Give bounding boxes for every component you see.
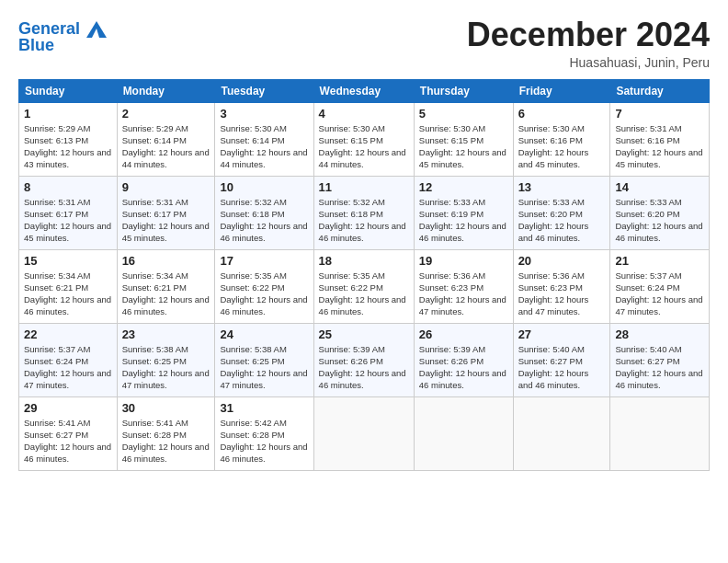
day-info: Sunrise: 5:37 AM Sunset: 6:24 PM Dayligh… xyxy=(24,343,112,392)
sunrise-label: Sunrise: 5:37 AM xyxy=(24,344,90,354)
calendar-header: Sunday Monday Tuesday Wednesday Thursday… xyxy=(19,79,710,102)
sunset-label: Sunset: 6:27 PM xyxy=(24,430,88,440)
sunrise-label: Sunrise: 5:32 AM xyxy=(220,197,286,207)
daylight-label: Daylight: 12 hours and 47 minutes. xyxy=(122,368,210,390)
sunrise-label: Sunrise: 5:38 AM xyxy=(220,344,286,354)
daylight-label: Daylight: 12 hours and 46 minutes. xyxy=(122,442,210,464)
col-saturday: Saturday xyxy=(610,79,710,102)
calendar-cell: 6 Sunrise: 5:30 AM Sunset: 6:16 PM Dayli… xyxy=(513,102,610,176)
daylight-label: Daylight: 12 hours and 46 minutes. xyxy=(24,294,111,316)
day-info: Sunrise: 5:41 AM Sunset: 6:27 PM Dayligh… xyxy=(24,417,112,465)
calendar-cell: 10 Sunrise: 5:32 AM Sunset: 6:18 PM Dayl… xyxy=(215,176,313,249)
daylight-label: Daylight: 12 hours and 45 minutes. xyxy=(615,147,702,169)
day-number: 2 xyxy=(122,107,210,121)
day-number: 20 xyxy=(518,254,606,268)
day-number: 27 xyxy=(518,327,606,341)
daylight-label: Daylight: 12 hours and 44 minutes. xyxy=(122,147,210,169)
daylight-label: Daylight: 12 hours and 45 minutes. xyxy=(518,147,589,169)
sunset-label: Sunset: 6:14 PM xyxy=(122,135,187,145)
daylight-label: Daylight: 12 hours and 47 minutes. xyxy=(220,368,307,390)
sunrise-label: Sunrise: 5:42 AM xyxy=(220,418,286,428)
sunrise-label: Sunrise: 5:30 AM xyxy=(319,123,385,133)
daylight-label: Daylight: 12 hours and 47 minutes. xyxy=(24,368,111,390)
day-number: 19 xyxy=(419,254,508,268)
sunrise-label: Sunrise: 5:31 AM xyxy=(24,197,90,207)
calendar-cell: 7 Sunrise: 5:31 AM Sunset: 6:16 PM Dayli… xyxy=(610,102,710,176)
day-info: Sunrise: 5:33 AM Sunset: 6:19 PM Dayligh… xyxy=(419,196,508,245)
week-row-4: 22 Sunrise: 5:37 AM Sunset: 6:24 PM Dayl… xyxy=(19,323,710,396)
sunrise-label: Sunrise: 5:33 AM xyxy=(419,197,485,207)
daylight-label: Daylight: 12 hours and 47 minutes. xyxy=(419,294,506,316)
sunset-label: Sunset: 6:13 PM xyxy=(24,135,88,145)
title-block: December 2024 Huasahuasi, Junin, Peru xyxy=(467,17,710,70)
daylight-label: Daylight: 12 hours and 46 minutes. xyxy=(220,442,307,464)
day-info: Sunrise: 5:30 AM Sunset: 6:15 PM Dayligh… xyxy=(419,122,508,171)
day-number: 24 xyxy=(220,327,308,341)
daylight-label: Daylight: 12 hours and 46 minutes. xyxy=(518,221,589,243)
day-info: Sunrise: 5:30 AM Sunset: 6:15 PM Dayligh… xyxy=(319,122,409,171)
week-row-2: 8 Sunrise: 5:31 AM Sunset: 6:17 PM Dayli… xyxy=(19,176,710,249)
daylight-label: Daylight: 12 hours and 46 minutes. xyxy=(24,442,111,464)
sunset-label: Sunset: 6:24 PM xyxy=(615,282,679,293)
week-row-1: 1 Sunrise: 5:29 AM Sunset: 6:13 PM Dayli… xyxy=(19,102,710,176)
sunset-label: Sunset: 6:18 PM xyxy=(220,209,284,219)
daylight-label: Daylight: 12 hours and 44 minutes. xyxy=(220,147,307,169)
day-info: Sunrise: 5:41 AM Sunset: 6:28 PM Dayligh… xyxy=(122,417,210,465)
day-info: Sunrise: 5:33 AM Sunset: 6:20 PM Dayligh… xyxy=(518,196,606,245)
day-info: Sunrise: 5:40 AM Sunset: 6:27 PM Dayligh… xyxy=(615,343,704,392)
calendar-cell: 24 Sunrise: 5:38 AM Sunset: 6:25 PM Dayl… xyxy=(215,323,313,396)
daylight-label: Daylight: 12 hours and 46 minutes. xyxy=(615,221,702,243)
day-number: 30 xyxy=(122,401,210,415)
daylight-label: Daylight: 12 hours and 45 minutes. xyxy=(419,147,506,169)
day-number: 22 xyxy=(24,327,112,341)
daylight-label: Daylight: 12 hours and 46 minutes. xyxy=(518,368,589,390)
daylight-label: Daylight: 12 hours and 46 minutes. xyxy=(319,294,406,316)
sunset-label: Sunset: 6:19 PM xyxy=(419,209,483,219)
col-monday: Monday xyxy=(117,79,215,102)
sunset-label: Sunset: 6:16 PM xyxy=(518,135,583,145)
sunset-label: Sunset: 6:26 PM xyxy=(419,356,483,366)
daylight-label: Daylight: 12 hours and 46 minutes. xyxy=(319,368,406,390)
sunrise-label: Sunrise: 5:36 AM xyxy=(419,270,485,281)
day-info: Sunrise: 5:33 AM Sunset: 6:20 PM Dayligh… xyxy=(615,196,704,245)
calendar-body: 1 Sunrise: 5:29 AM Sunset: 6:13 PM Dayli… xyxy=(19,102,710,470)
calendar-cell: 22 Sunrise: 5:37 AM Sunset: 6:24 PM Dayl… xyxy=(19,323,118,396)
col-wednesday: Wednesday xyxy=(313,79,414,102)
calendar-cell: 18 Sunrise: 5:35 AM Sunset: 6:22 PM Dayl… xyxy=(313,249,414,323)
sunrise-label: Sunrise: 5:33 AM xyxy=(518,197,585,207)
sunrise-label: Sunrise: 5:35 AM xyxy=(220,270,286,281)
calendar-cell xyxy=(313,396,414,470)
calendar-cell: 14 Sunrise: 5:33 AM Sunset: 6:20 PM Dayl… xyxy=(610,176,710,249)
sunrise-label: Sunrise: 5:34 AM xyxy=(24,270,90,281)
sunset-label: Sunset: 6:15 PM xyxy=(419,135,483,145)
calendar-cell: 4 Sunrise: 5:30 AM Sunset: 6:15 PM Dayli… xyxy=(313,102,414,176)
day-number: 6 xyxy=(518,107,606,121)
day-number: 16 xyxy=(122,254,210,268)
calendar-cell: 9 Sunrise: 5:31 AM Sunset: 6:17 PM Dayli… xyxy=(117,176,215,249)
calendar-cell: 5 Sunrise: 5:30 AM Sunset: 6:15 PM Dayli… xyxy=(414,102,513,176)
sunrise-label: Sunrise: 5:40 AM xyxy=(615,344,681,354)
daylight-label: Daylight: 12 hours and 47 minutes. xyxy=(615,294,702,316)
header: General Blue December 2024 Huasahuasi, J… xyxy=(18,17,710,70)
sunset-label: Sunset: 6:28 PM xyxy=(220,430,284,440)
sunset-label: Sunset: 6:24 PM xyxy=(24,356,88,366)
sunset-label: Sunset: 6:22 PM xyxy=(319,282,383,293)
page-container: General Blue December 2024 Huasahuasi, J… xyxy=(0,0,728,480)
month-title: December 2024 xyxy=(467,17,710,53)
day-number: 23 xyxy=(122,327,210,341)
day-number: 26 xyxy=(419,327,508,341)
col-sunday: Sunday xyxy=(19,79,118,102)
day-number: 25 xyxy=(319,327,409,341)
daylight-label: Daylight: 12 hours and 46 minutes. xyxy=(220,221,307,243)
calendar-cell: 19 Sunrise: 5:36 AM Sunset: 6:23 PM Dayl… xyxy=(414,249,513,323)
sunrise-label: Sunrise: 5:39 AM xyxy=(419,344,485,354)
day-info: Sunrise: 5:34 AM Sunset: 6:21 PM Dayligh… xyxy=(24,270,112,318)
daylight-label: Daylight: 12 hours and 46 minutes. xyxy=(122,294,210,316)
sunset-label: Sunset: 6:23 PM xyxy=(518,282,583,293)
sunset-label: Sunset: 6:27 PM xyxy=(615,356,679,366)
sunset-label: Sunset: 6:18 PM xyxy=(319,209,383,219)
sunset-label: Sunset: 6:25 PM xyxy=(122,356,187,366)
day-info: Sunrise: 5:42 AM Sunset: 6:28 PM Dayligh… xyxy=(220,417,308,465)
day-number: 17 xyxy=(220,254,308,268)
calendar-cell: 17 Sunrise: 5:35 AM Sunset: 6:22 PM Dayl… xyxy=(215,249,313,323)
